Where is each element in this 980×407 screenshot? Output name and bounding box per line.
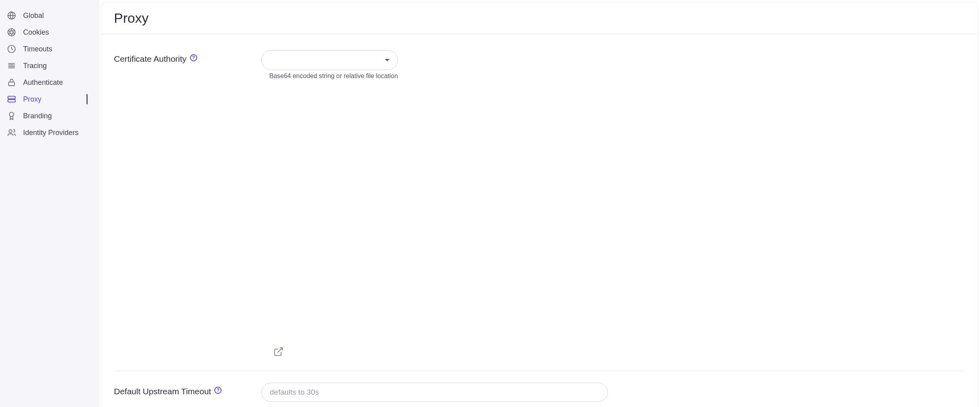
certificate-authority-helper: Base64 encoded string or relative file l… xyxy=(269,72,398,80)
main-panel: Proxy Certificate Authority ? Base64 enc… xyxy=(102,2,978,407)
server-icon xyxy=(7,95,16,104)
sidebar-item-label: Identity Providers xyxy=(23,129,78,137)
form-content: Certificate Authority ? Base64 encoded s… xyxy=(102,34,978,407)
sidebar-item-label: Branding xyxy=(23,112,52,120)
input-col: Base64 encoded string or relative file l… xyxy=(261,50,966,358)
help-icon[interactable]: ? xyxy=(214,387,221,394)
sidebar-item-branding[interactable]: Branding xyxy=(0,108,100,124)
sidebar-item-label: Global xyxy=(23,12,44,20)
page-title: Proxy xyxy=(114,10,966,26)
certificate-authority-label: Certificate Authority xyxy=(114,54,186,63)
help-icon[interactable]: ? xyxy=(190,54,197,61)
sidebar-item-proxy[interactable]: Proxy xyxy=(0,91,100,108)
sidebar-item-timeouts[interactable]: Timeouts xyxy=(0,41,100,57)
row-certificate-authority: Certificate Authority ? Base64 encoded s… xyxy=(114,50,966,371)
sidebar-item-tracing[interactable]: Tracing xyxy=(0,57,100,74)
sidebar-item-label: Tracing xyxy=(23,62,47,70)
clock-icon xyxy=(7,45,16,53)
certificate-authority-select[interactable] xyxy=(261,50,398,70)
svg-line-21 xyxy=(278,348,282,352)
row-default-upstream-timeout: Default Upstream Timeout ? xyxy=(114,383,966,407)
default-upstream-timeout-label: Default Upstream Timeout xyxy=(114,387,211,396)
label-col: Certificate Authority ? xyxy=(114,50,261,64)
page-header: Proxy xyxy=(102,2,978,34)
sidebar-item-label: Cookies xyxy=(23,28,49,37)
sidebar-item-label: Authenticate xyxy=(23,78,63,87)
svg-rect-15 xyxy=(8,96,15,99)
sidebar-item-cookies[interactable]: Cookies xyxy=(0,24,100,41)
award-icon xyxy=(7,112,16,120)
chevron-down-icon xyxy=(385,59,390,61)
users-icon xyxy=(7,128,16,137)
sidebar-item-label: Timeouts xyxy=(23,45,52,53)
sidebar: Global Cookies Timeouts Tracing Authenti… xyxy=(0,0,100,407)
globe-icon xyxy=(7,11,16,20)
svg-rect-14 xyxy=(9,82,15,86)
sidebar-item-identity-providers[interactable]: Identity Providers xyxy=(0,124,100,141)
default-upstream-timeout-input[interactable] xyxy=(261,383,608,402)
label-col: Default Upstream Timeout ? xyxy=(114,383,261,396)
external-link-icon[interactable] xyxy=(273,346,284,358)
input-col xyxy=(261,383,966,402)
sidebar-item-label: Proxy xyxy=(23,95,41,104)
svg-rect-16 xyxy=(8,100,15,102)
aperture-icon xyxy=(7,28,16,37)
svg-point-19 xyxy=(10,112,14,117)
sidebar-item-global[interactable]: Global xyxy=(0,7,100,24)
lock-icon xyxy=(7,78,16,87)
svg-point-20 xyxy=(9,130,12,133)
sidebar-item-authenticate[interactable]: Authenticate xyxy=(0,74,100,91)
lines-icon xyxy=(7,61,16,70)
